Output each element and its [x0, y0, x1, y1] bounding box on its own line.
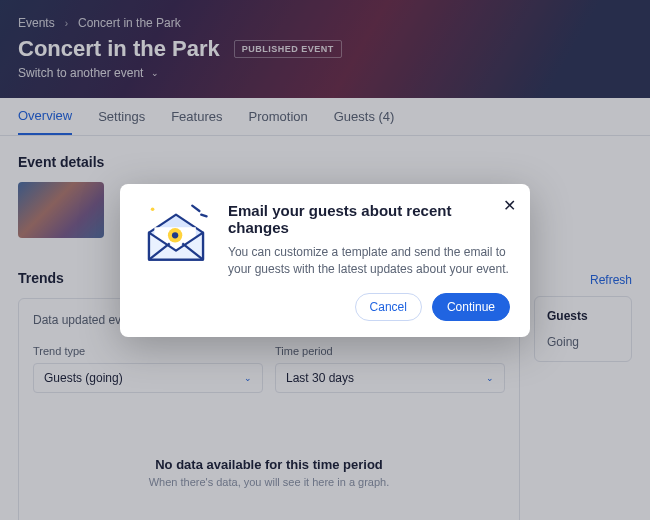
email-guests-modal: ✕ Email your guests about recent changes… — [120, 184, 530, 337]
cancel-button[interactable]: Cancel — [355, 293, 422, 321]
modal-scrim[interactable]: ✕ Email your guests about recent changes… — [0, 0, 650, 520]
continue-button[interactable]: Continue — [432, 293, 510, 321]
svg-point-1 — [172, 232, 178, 238]
svg-line-2 — [192, 206, 199, 211]
modal-title: Email your guests about recent changes — [228, 202, 510, 236]
envelope-icon — [140, 202, 212, 274]
modal-description: You can customize a template and send th… — [228, 244, 510, 279]
svg-line-3 — [201, 215, 206, 217]
close-icon[interactable]: ✕ — [503, 196, 516, 215]
svg-point-4 — [151, 207, 155, 211]
